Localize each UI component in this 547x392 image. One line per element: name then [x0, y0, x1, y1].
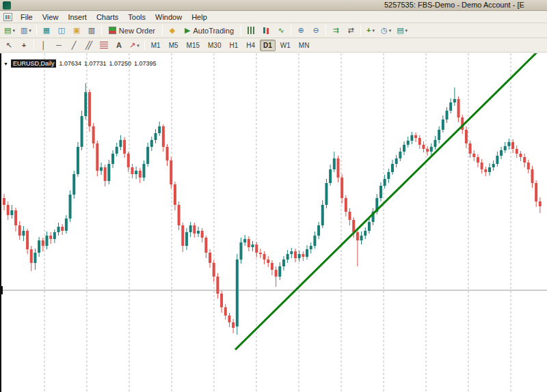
market-watch-button[interactable]: ▦: [40, 25, 53, 37]
market-watch-icon: ▦: [43, 27, 50, 34]
vertical-line-tool-button[interactable]: │: [37, 39, 51, 51]
chevron-down-icon: ▾: [389, 28, 392, 33]
clock-icon: ◷: [381, 27, 388, 34]
toolbar-separator: [241, 25, 241, 36]
new-chart-icon: ▤: [4, 27, 11, 34]
chart-shift-icon: ⇄: [347, 27, 353, 34]
chevron-down-icon: ▾: [12, 28, 15, 33]
timeframe-h4-button[interactable]: H4: [243, 40, 258, 51]
timeframe-m5-button[interactable]: M5: [165, 40, 182, 51]
new-order-label: New Order: [119, 27, 155, 35]
timeframe-m15-button[interactable]: M15: [183, 40, 203, 51]
auto-scroll-button[interactable]: ⇉: [329, 25, 343, 37]
menu-view[interactable]: View: [38, 12, 64, 23]
text-tool-button[interactable]: A: [112, 39, 126, 51]
arrows-tool-button[interactable]: ↗ ▾: [127, 39, 142, 51]
autotrading-play-icon: ▶: [185, 27, 190, 34]
timeframe-mn-button[interactable]: MN: [295, 40, 313, 51]
toolbar-separator: [34, 40, 34, 51]
horizontal-line-tool-button[interactable]: ─: [52, 39, 66, 51]
timeframe-d1-button[interactable]: D1: [260, 40, 276, 51]
bar-chart-icon: [248, 27, 255, 34]
menu-tools[interactable]: Tools: [123, 12, 150, 23]
zoom-in-icon: ⊕: [297, 27, 304, 34]
zoom-in-button[interactable]: ⊕: [294, 25, 308, 37]
equidistant-channel-icon: ╱╱: [85, 42, 92, 49]
ohlc-low: 1.07250: [109, 60, 132, 67]
toolbar-separator: [291, 25, 291, 36]
channel-tool-button[interactable]: ╱╱: [82, 39, 96, 51]
price-chart[interactable]: [0, 53, 547, 392]
crosshair-icon: +: [22, 42, 26, 49]
autotrading-button[interactable]: ▶ AutoTrading: [181, 25, 238, 37]
app-logo-icon: [3, 1, 11, 10]
bar-chart-button[interactable]: [244, 25, 258, 37]
ohlc-open: 1.07634: [59, 60, 81, 67]
new-order-icon: [109, 27, 116, 34]
menu-insert[interactable]: Insert: [63, 12, 92, 23]
new-order-button[interactable]: New Order: [105, 25, 159, 37]
trendline-object: [235, 53, 547, 350]
terminal-button[interactable]: ▥: [85, 25, 98, 37]
application-window: 5257535: FBS-Demo - Demo Account - [E Fi…: [0, 0, 547, 392]
data-window-icon: ◫: [58, 27, 65, 34]
menu-charts[interactable]: Charts: [92, 12, 123, 23]
profiles-button[interactable]: ▥ ▾: [18, 25, 34, 37]
menu-help[interactable]: Help: [187, 12, 212, 23]
indicators-button[interactable]: + ▾: [364, 25, 377, 37]
toolbar-separator: [325, 25, 326, 36]
navigator-button[interactable]: ▣: [70, 25, 83, 37]
chevron-down-icon: ▾: [137, 43, 139, 48]
symbol-period-badge: EURUSD,Daily: [11, 59, 57, 68]
chart-tools-toolbar: ↖ + │ ─ ╱ ╱╱ A ↗ ▾ M1 M5 M15 M30: [0, 38, 547, 53]
text-tool-icon: A: [116, 42, 122, 49]
horizontal-line-icon: ─: [56, 42, 62, 49]
fibonacci-icon: [100, 42, 108, 48]
titlebar: 5257535: FBS-Demo - Demo Account - [E: [0, 0, 547, 11]
crosshair-tool-button[interactable]: +: [17, 39, 31, 51]
line-chart-icon: ∿: [278, 27, 284, 34]
fibonacci-tool-button[interactable]: [97, 39, 111, 51]
menu-window[interactable]: Window: [150, 12, 187, 23]
trendline-icon: ╱: [72, 42, 77, 49]
toolbar-separator: [162, 25, 163, 36]
chevron-down-icon: ▾: [29, 28, 31, 33]
new-chart-button[interactable]: ▤ ▾: [2, 25, 17, 37]
toolbar-separator: [144, 40, 145, 51]
menu-file[interactable]: File: [16, 12, 38, 23]
data-window-button[interactable]: ◫: [55, 25, 68, 37]
timeframe-m30-button[interactable]: M30: [204, 40, 224, 51]
arrows-icon: ↗: [129, 42, 135, 49]
periods-button[interactable]: ◷ ▾: [379, 25, 393, 37]
timeframe-w1-button[interactable]: W1: [277, 40, 294, 51]
trendline-tool-button[interactable]: ╱: [67, 39, 81, 51]
auto-scroll-icon: ⇉: [332, 27, 338, 34]
timeframe-m1-button[interactable]: M1: [148, 40, 164, 51]
ohlc-label: ▼ EURUSD,Daily 1.07634 1.07731 1.07250 1…: [3, 59, 157, 68]
metaeditor-icon: ◆: [170, 27, 175, 34]
window-title: 5257535: FBS-Demo - Demo Account - [E: [384, 1, 524, 9]
line-chart-button[interactable]: ∿: [274, 25, 288, 37]
chart-shift-button[interactable]: ⇄: [344, 25, 358, 37]
cursor-tool-button[interactable]: ↖: [2, 39, 16, 51]
ohlc-close: 1.07395: [134, 60, 157, 67]
chart-left-border: [0, 53, 1, 392]
metaeditor-button[interactable]: ◆: [165, 25, 179, 37]
cursor-icon: ↖: [5, 42, 12, 49]
toolbar-separator: [36, 25, 37, 36]
candlestick-chart-button[interactable]: [259, 25, 273, 37]
toolbar-separator: [360, 25, 361, 36]
menubar: File View Insert Charts Tools Window Hel…: [0, 11, 547, 23]
chart-window-icon[interactable]: [3, 13, 12, 21]
expand-triangle-icon[interactable]: ▼: [3, 61, 8, 66]
toolbar-separator: [101, 25, 102, 36]
zoom-out-button[interactable]: ⊖: [309, 25, 323, 37]
timeframe-h1-button[interactable]: H1: [226, 40, 241, 51]
profiles-icon: ▥: [21, 27, 27, 34]
standard-toolbar: ▤ ▾ ▥ ▾ ▦ ◫ ▣ ▥ New Order ◆ ▶ Au: [0, 23, 547, 38]
candlestick-chart-icon: [262, 27, 270, 35]
chart-area[interactable]: ▼ EURUSD,Daily 1.07634 1.07731 1.07250 1…: [0, 53, 547, 392]
templates-button[interactable]: ▤ ▾: [395, 25, 410, 37]
chevron-down-icon: ▾: [372, 28, 375, 33]
vertical-line-icon: │: [42, 42, 46, 49]
